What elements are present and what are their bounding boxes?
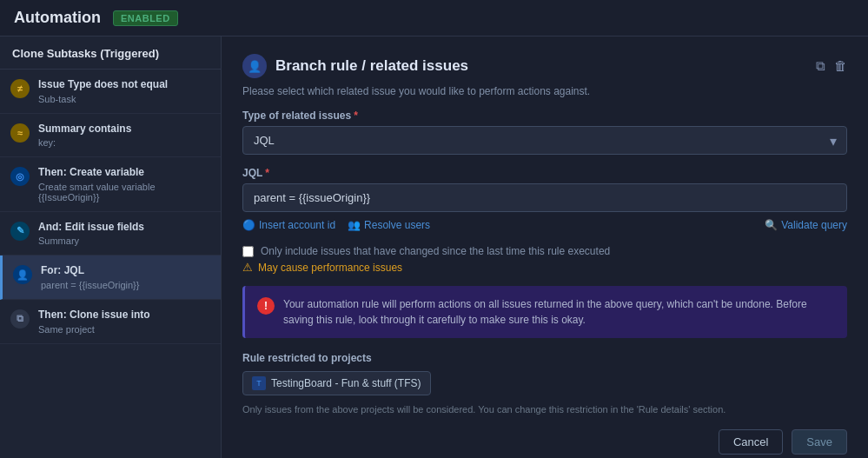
panel-header-actions: ⧉ 🗑	[816, 58, 847, 74]
panel-header-icon: 👤	[242, 54, 267, 78]
sidebar-item-icon-issue-type: ≠	[10, 79, 30, 98]
panel-title: Branch rule / related issues	[275, 57, 816, 75]
sidebar: Clone Subtasks (Triggered) ≠Issue Type d…	[0, 37, 222, 458]
sidebar-item-label-for-jql: For: JQL	[41, 264, 139, 278]
sidebar-item-content-issue-type: Issue Type does not equalSub-task	[38, 78, 168, 104]
sidebar-item-sub-issue-type: Sub-task	[38, 94, 168, 104]
sidebar-item-issue-type[interactable]: ≠Issue Type does not equalSub-task	[0, 70, 221, 114]
sidebar-item-content-summary-contains: Summary containskey:	[38, 123, 131, 149]
sidebar-title: Clone Subtasks (Triggered)	[0, 37, 221, 70]
project-tag: T TestingBoard - Fun & stuff (TFS)	[242, 371, 431, 395]
sidebar-item-summary-contains[interactable]: ≈Summary containskey:	[0, 114, 221, 158]
sidebar-item-content-for-jql: For: JQLparent = {{issueOrigin}}	[41, 264, 139, 290]
main-layout: Clone Subtasks (Triggered) ≠Issue Type d…	[0, 37, 868, 458]
info-box-exclamation-icon: !	[257, 297, 275, 315]
search-icon: 🔍	[765, 219, 778, 231]
delete-icon[interactable]: 🗑	[834, 58, 847, 74]
sidebar-item-icon-for-jql: 👤	[13, 265, 32, 284]
project-tag-label: TestingBoard - Fun & stuff (TFS)	[271, 377, 421, 389]
sidebar-item-sub-edit-issue: Summary	[38, 236, 144, 246]
rule-restricted-label: Rule restricted to projects	[242, 352, 847, 364]
info-box: ! Your automation rule will perform acti…	[242, 286, 847, 338]
jql-label: JQL *	[242, 167, 847, 179]
jql-required-star: *	[265, 167, 269, 179]
sidebar-item-content-clone-issue: Then: Clone issue intoSame project	[38, 309, 150, 335]
required-star: *	[354, 110, 358, 122]
app-title: Automation	[14, 9, 101, 27]
sidebar-item-icon-summary-contains: ≈	[10, 123, 30, 143]
sidebar-item-clone-issue[interactable]: ⧉Then: Clone issue intoSame project	[0, 300, 221, 344]
save-button[interactable]: Save	[792, 429, 847, 455]
jql-input[interactable]	[242, 183, 847, 212]
right-panel: 👤 Branch rule / related issues ⧉ 🗑 Pleas…	[222, 37, 868, 458]
resolve-users-button[interactable]: 👥 Resolve users	[348, 217, 439, 233]
panel-header: 👤 Branch rule / related issues ⧉ 🗑	[242, 54, 847, 78]
sidebar-item-label-create-variable: Then: Create variable	[38, 166, 210, 180]
sidebar-item-for-jql[interactable]: 👤For: JQLparent = {{issueOrigin}}	[0, 256, 221, 300]
sidebar-item-icon-clone-issue: ⧉	[10, 309, 30, 329]
person-icon: 👤	[248, 60, 262, 73]
checkbox-row: Only include issues that have changed si…	[242, 245, 847, 257]
sidebar-item-label-issue-type: Issue Type does not equal	[38, 78, 168, 92]
jql-form-group: JQL * 🔵 Insert account id 👥 Resolve user…	[242, 167, 847, 233]
validate-query-button[interactable]: 🔍 Validate query	[765, 219, 847, 231]
insert-account-id-button[interactable]: 🔵 Insert account id	[242, 217, 344, 233]
top-bar: Automation ENABLED	[0, 0, 868, 37]
sidebar-item-sub-create-variable: Create smart value variable {{IssueOrigi…	[38, 182, 210, 202]
input-actions: 🔵 Insert account id 👥 Resolve users 🔍 Va…	[242, 217, 847, 233]
warning-text[interactable]: May cause performance issues	[258, 262, 402, 274]
cancel-button[interactable]: Cancel	[719, 429, 783, 455]
type-form-group: Type of related issues * JQLSubtasksEpic…	[242, 110, 847, 155]
sidebar-item-icon-create-variable: ◎	[10, 167, 30, 186]
type-select-wrapper: JQLSubtasksEpicParent	[242, 126, 847, 155]
project-tag-icon: T	[252, 376, 266, 390]
action-row: Cancel Save	[242, 429, 847, 455]
sidebar-item-label-edit-issue: And: Edit issue fields	[38, 221, 144, 235]
sidebar-item-sub-for-jql: parent = {{issueOrigin}}	[41, 280, 139, 290]
sidebar-item-content-create-variable: Then: Create variableCreate smart value …	[38, 166, 210, 202]
changed-issues-checkbox[interactable]	[242, 246, 254, 257]
type-select[interactable]: JQLSubtasksEpicParent	[242, 126, 847, 155]
sidebar-item-content-edit-issue: And: Edit issue fieldsSummary	[38, 221, 144, 247]
checkbox-label[interactable]: Only include issues that have changed si…	[261, 245, 610, 257]
warning-icon: ⚠	[242, 261, 253, 274]
sidebar-item-sub-summary-contains: key:	[38, 137, 131, 148]
sidebar-items-container: ≠Issue Type does not equalSub-task≈Summa…	[0, 70, 221, 344]
copy-icon[interactable]: ⧉	[816, 58, 825, 74]
sidebar-item-sub-clone-issue: Same project	[38, 324, 150, 335]
enabled-badge: ENABLED	[113, 10, 178, 26]
sidebar-item-icon-edit-issue: ✎	[10, 222, 30, 241]
sidebar-item-label-clone-issue: Then: Clone issue into	[38, 309, 150, 322]
sidebar-item-label-summary-contains: Summary contains	[38, 123, 131, 136]
sidebar-item-edit-issue[interactable]: ✎And: Edit issue fieldsSummary	[0, 212, 221, 256]
project-note: Only issues from the above projects will…	[242, 402, 847, 417]
users-icon: 👥	[348, 219, 361, 231]
person-small-icon: 🔵	[242, 219, 255, 231]
info-box-text: Your automation rule will perform action…	[283, 296, 835, 328]
panel-subtitle: Please select which related issue you wo…	[242, 85, 847, 97]
warning-row: ⚠ May cause performance issues	[242, 261, 847, 274]
sidebar-item-create-variable[interactable]: ◎Then: Create variableCreate smart value…	[0, 157, 221, 212]
type-label: Type of related issues *	[242, 110, 847, 122]
